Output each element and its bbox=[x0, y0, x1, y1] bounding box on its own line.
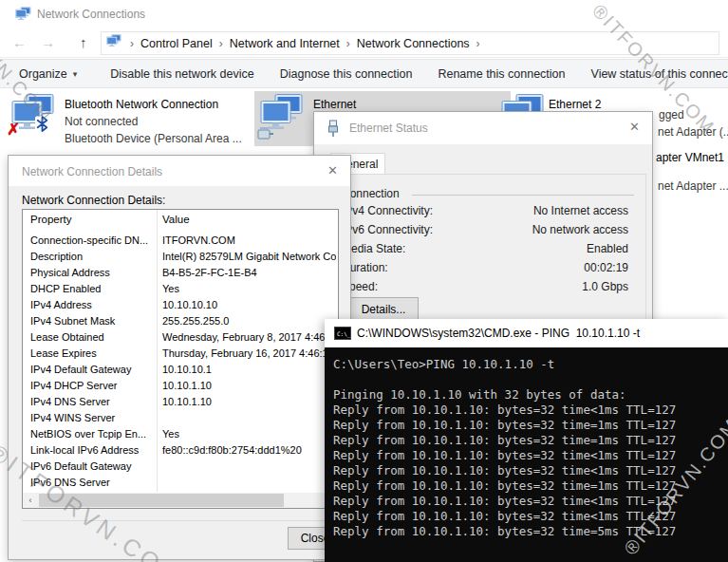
listview-header[interactable]: Property Value bbox=[23, 210, 338, 230]
value-cell: fe80::c9d:f80b:2754:ddd1%20 bbox=[162, 444, 336, 456]
value-cell: Wednesday, February 8, 2017 4:46:18 P bbox=[162, 331, 336, 343]
table-row[interactable]: NetBIOS over Tcpip En... Yes bbox=[23, 427, 338, 443]
status-label: Media State: bbox=[342, 242, 405, 255]
value-cell: 10.10.10.1 bbox=[162, 364, 336, 375]
property-cell: IPv6 DNS Server bbox=[30, 477, 154, 488]
console-line: Reply from 10.10.1.10: bytes=32 time<1ms… bbox=[333, 463, 728, 478]
ethernet-status-titlebar[interactable]: Ethernet Status ✕ bbox=[314, 112, 652, 144]
console-line: Reply from 10.10.1.10: bytes=32 time<1ms… bbox=[333, 509, 728, 524]
table-row[interactable]: Description Intel(R) 82579LM Gigabit Net… bbox=[23, 250, 338, 266]
chevron-icon: › bbox=[130, 37, 134, 50]
value-cell: 10.10.1.10 bbox=[162, 396, 336, 407]
table-row[interactable]: IPv4 Address 10.10.10.10 bbox=[23, 298, 338, 314]
value-cell: 10.10.1.10 bbox=[162, 380, 336, 391]
window-title: Network Connections bbox=[37, 8, 145, 21]
toolbar-command[interactable]: View status of this connection bbox=[591, 67, 728, 81]
breadcrumb: Control Panel › Network and Internet › N… bbox=[140, 37, 487, 50]
status-value: Enabled bbox=[587, 242, 628, 255]
table-row[interactable]: IPv4 Subnet Mask 255.255.255.0 bbox=[23, 314, 338, 330]
console-line: Reply from 10.10.1.10: bytes=32 time=1ms… bbox=[333, 418, 728, 433]
console-line: Reply from 10.10.1.10: bytes=32 time=1ms… bbox=[333, 478, 728, 494]
value-cell: Thursday, February 16, 2017 4:46:18 P bbox=[162, 347, 336, 359]
table-row[interactable]: IPv4 WINS Server bbox=[23, 411, 338, 427]
toolbar-command[interactable]: Disable this network device bbox=[110, 67, 253, 81]
toolbar-command[interactable]: Diagnose this connection bbox=[280, 67, 413, 81]
dialog-title: Ethernet Status bbox=[349, 122, 428, 135]
connection-status: Not connected bbox=[65, 113, 242, 130]
property-cell: Connection-specific DN... bbox=[30, 234, 154, 246]
console-line: C:\Users\Teo>PING 10.10.1.10 -t bbox=[333, 357, 728, 372]
details-titlebar[interactable]: Network Connection Details ✕ bbox=[9, 156, 350, 186]
console-line: Pinging 10.10.1.10 with 32 bytes of data… bbox=[333, 387, 728, 403]
console-line: Reply from 10.10.1.10: bytes=32 time<1ms… bbox=[333, 494, 728, 509]
connection-text: Bluetooth Network Connection Not connect… bbox=[65, 96, 242, 147]
value-cell: B4-B5-2F-FC-1E-B4 bbox=[162, 267, 336, 278]
dropdown-caret-icon: ▾ bbox=[73, 69, 78, 79]
organize-button[interactable]: Organize ▾ bbox=[19, 67, 77, 81]
status-row: Speed: 1.0 Gbps bbox=[323, 278, 645, 297]
value-cell: ITFORVN.COM bbox=[162, 234, 336, 246]
table-row[interactable]: Lease Obtained Wednesday, February 8, 20… bbox=[23, 330, 338, 347]
details-button[interactable]: Details... bbox=[348, 297, 419, 321]
details-rows: Connection-specific DN... ITFORVN.COM De… bbox=[23, 234, 338, 492]
table-row[interactable]: IPv6 Default Gateway bbox=[23, 459, 338, 476]
status-row: IPv6 Connectivity: No network access bbox=[323, 221, 645, 240]
status-row: IPv4 Connectivity: No Internet access bbox=[323, 202, 645, 221]
details-list-label: Network Connection Details: bbox=[22, 194, 165, 207]
scrollbar-thumb[interactable] bbox=[39, 494, 284, 507]
details-listview: Property Value Connection-specific DN...… bbox=[22, 209, 339, 509]
horizontal-scrollbar[interactable]: ‹ › bbox=[23, 493, 338, 508]
property-cell: IPv4 DNS Server bbox=[30, 396, 154, 407]
console-line: Reply from 10.10.1.10: bytes=32 time<1ms… bbox=[333, 403, 728, 418]
chevron-icon: › bbox=[346, 37, 350, 50]
close-icon[interactable]: ✕ bbox=[629, 120, 640, 134]
forward-icon[interactable]: → bbox=[41, 33, 55, 52]
table-row[interactable]: Physical Address B4-B5-2F-FC-1E-B4 bbox=[23, 266, 338, 282]
close-icon[interactable]: ✕ bbox=[327, 163, 338, 178]
breadcrumb-item[interactable]: Network Connections bbox=[357, 37, 470, 50]
property-cell: IPv4 Address bbox=[30, 299, 154, 310]
back-icon[interactable]: ← bbox=[12, 33, 27, 52]
connection-status-rows: IPv4 Connectivity: No Internet access IP… bbox=[323, 202, 645, 297]
breadcrumb-item[interactable]: Network and Internet bbox=[230, 37, 340, 50]
value-cell: 10.10.10.10 bbox=[162, 299, 336, 310]
table-row[interactable]: DHCP Enabled Yes bbox=[23, 282, 338, 298]
network-connections-icon bbox=[15, 7, 31, 26]
network-connections-titlebar[interactable]: Network Connections bbox=[0, 0, 728, 28]
connection-item-bluetooth[interactable]: ✗ Bluetooth Network Connection Not conne… bbox=[6, 91, 249, 146]
scroll-left-icon[interactable]: ‹ bbox=[23, 493, 38, 508]
connection-name: Bluetooth Network Connection bbox=[65, 96, 242, 113]
cmd-titlebar[interactable]: C:\_ C:\WINDOWS\system32\CMD.exe - PING … bbox=[325, 319, 728, 347]
status-value: 1.0 Gbps bbox=[582, 280, 628, 293]
status-row: Duration: 00:02:19 bbox=[323, 259, 645, 278]
cmd-window-title: C:\WINDOWS\system32\CMD.exe - PING 10.10… bbox=[357, 327, 640, 340]
status-label: IPv6 Connectivity: bbox=[342, 223, 433, 236]
table-row[interactable]: Connection-specific DN... ITFORVN.COM bbox=[23, 234, 338, 250]
column-header-value[interactable]: Value bbox=[162, 214, 190, 225]
status-row: Media State: Enabled bbox=[323, 240, 645, 259]
console-output[interactable]: C:\Users\Teo>PING 10.10.1.10 -t Pinging … bbox=[325, 347, 728, 562]
vmnet-device-fragment: net Adapter ... bbox=[658, 179, 728, 193]
table-row[interactable]: Link-local IPv6 Address fe80::c9d:f80b:2… bbox=[23, 443, 338, 459]
dialog-title: Network Connection Details bbox=[22, 165, 162, 178]
property-cell: Description bbox=[30, 251, 154, 262]
table-row[interactable]: IPv6 DNS Server bbox=[23, 476, 338, 492]
up-icon[interactable]: ↑ bbox=[80, 33, 87, 52]
table-row[interactable]: IPv4 DNS Server 10.10.1.10 bbox=[23, 395, 338, 411]
property-cell: IPv4 Default Gateway bbox=[30, 364, 154, 375]
breadcrumb-item[interactable]: Control Panel bbox=[140, 37, 213, 50]
property-cell: IPv4 Subnet Mask bbox=[30, 315, 154, 327]
table-row[interactable]: IPv4 Default Gateway 10.10.10.1 bbox=[23, 363, 338, 379]
console-line: Reply from 10.10.1.10: bytes=32 time<1ms… bbox=[333, 448, 728, 463]
status-value: 00:02:19 bbox=[584, 261, 628, 274]
console-line: Reply from 10.10.1.10: bytes=32 time=5ms… bbox=[333, 524, 728, 539]
property-cell: IPv6 Default Gateway bbox=[30, 460, 154, 472]
vmnet1-name-fragment: apter VMnet1 bbox=[656, 151, 724, 164]
table-row[interactable]: Lease Expires Thursday, February 16, 201… bbox=[23, 347, 338, 363]
address-bar[interactable]: › Control Panel › Network and Internet ›… bbox=[101, 31, 719, 55]
column-header-property[interactable]: Property bbox=[30, 214, 71, 225]
status-label: IPv4 Connectivity: bbox=[342, 204, 433, 217]
property-cell: Lease Expires bbox=[30, 347, 154, 359]
toolbar-command[interactable]: Rename this connection bbox=[438, 67, 565, 81]
table-row[interactable]: IPv4 DHCP Server 10.10.1.10 bbox=[23, 379, 338, 395]
